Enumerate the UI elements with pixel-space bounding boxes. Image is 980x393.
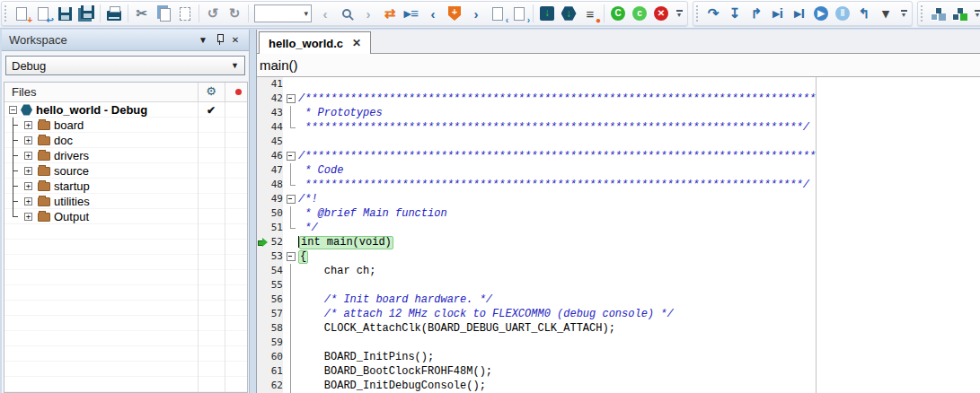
toolbar-overflow-icon[interactable]: ▾	[898, 10, 909, 18]
toolbar-overflow-icon[interactable]: ▾	[972, 10, 980, 18]
swap-arrows-icon[interactable]: ⇄	[379, 3, 401, 24]
cstat-analyze-icon[interactable]: C	[607, 3, 629, 24]
close-icon[interactable]: ✕	[227, 35, 243, 45]
find-icon[interactable]	[336, 3, 358, 24]
expand-icon[interactable]: +	[24, 197, 32, 205]
breakpoint-margin[interactable]	[257, 178, 269, 192]
toolbar-grip-icon[interactable]	[696, 5, 699, 22]
redo-icon[interactable]: ↻	[224, 3, 245, 24]
step-out-icon[interactable]: ↱	[746, 3, 767, 24]
expand-icon[interactable]: +	[24, 182, 32, 190]
breakpoint-column-icon[interactable]	[225, 89, 252, 95]
fold-collapse-icon[interactable]	[283, 149, 298, 163]
expand-icon[interactable]: +	[24, 152, 32, 160]
expand-icon[interactable]: +	[24, 121, 32, 129]
collapse-expander-icon[interactable]: −	[9, 106, 17, 114]
breakpoint-margin[interactable]	[257, 364, 269, 379]
reset-icon[interactable]: ↰	[853, 3, 875, 24]
toolbar-overflow-icon[interactable]: ▾	[674, 10, 684, 18]
cut-icon[interactable]: ✂	[131, 3, 153, 24]
stop-build-icon[interactable]: ✕	[650, 3, 672, 24]
toolbar-grip-icon[interactable]	[921, 5, 923, 22]
workspace-panel-header[interactable]: Workspace ▼ ✕	[2, 30, 249, 51]
fold-collapse-icon[interactable]	[283, 92, 298, 106]
copy-icon[interactable]	[153, 3, 174, 24]
configuration-select[interactable]: Debug ▼	[5, 56, 245, 75]
code-line-43: 43 * Prototypes	[257, 106, 816, 120]
breakpoint-margin[interactable]	[257, 92, 269, 106]
panel-menu-icon[interactable]: ▼	[195, 35, 211, 45]
tree-item-doc[interactable]: +doc	[4, 133, 247, 148]
breakpoint-margin[interactable]	[257, 249, 269, 264]
save-icon[interactable]	[54, 3, 75, 24]
breakpoint-margin[interactable]	[257, 321, 269, 336]
breakpoint-margin[interactable]	[257, 350, 269, 364]
debug-without-download-icon[interactable]: ↓	[558, 3, 579, 24]
paste-icon[interactable]	[174, 3, 196, 24]
fold-collapse-icon[interactable]	[283, 249, 298, 264]
back-icon[interactable]: ‹	[314, 3, 336, 24]
pin-icon[interactable]	[211, 34, 227, 47]
run-to-cursor-icon[interactable]: ▸I	[789, 3, 810, 24]
breakpoint-margin[interactable]	[257, 278, 269, 293]
breakpoint-margin[interactable]	[257, 149, 269, 163]
gear-icon[interactable]	[198, 84, 225, 98]
tree-root-hello-world-debug[interactable]: −hello_world - Debug	[4, 102, 247, 118]
expand-icon[interactable]: +	[24, 213, 32, 221]
breakpoint-margin[interactable]	[257, 235, 269, 249]
search-combo[interactable]: ▾	[254, 4, 312, 22]
function-scope-bar[interactable]: main()	[257, 54, 980, 77]
download-and-debug-icon[interactable]: ↓	[536, 3, 558, 24]
breakpoint-margin[interactable]	[257, 163, 269, 178]
forward-icon[interactable]: ›	[358, 3, 379, 24]
tab-hello-world-c[interactable]: hello_world.c	[259, 31, 371, 54]
breakpoint-margin[interactable]	[257, 221, 269, 235]
code-pane[interactable]: 4142/***********************************…	[257, 77, 817, 393]
breakpoint-margin[interactable]	[257, 336, 269, 350]
tree-item-source[interactable]: +source	[4, 163, 247, 179]
tree-item-startup[interactable]: +startup	[4, 179, 247, 194]
prev-doc-icon[interactable]: ‹	[487, 3, 508, 24]
print-icon[interactable]	[103, 3, 125, 24]
go-icon[interactable]: ▶	[810, 3, 832, 24]
expand-icon[interactable]: +	[24, 136, 32, 144]
breakpoint-margin[interactable]	[257, 106, 269, 120]
goto-list-icon[interactable]: ▸≡	[401, 3, 422, 24]
breakpoint-margin[interactable]	[257, 206, 269, 221]
step-over-icon[interactable]: ↷	[702, 3, 724, 24]
break-icon[interactable]: ‖	[832, 3, 853, 24]
step-into-icon[interactable]: ↧	[724, 3, 746, 24]
breakpoint-margin[interactable]	[257, 307, 269, 321]
tree-item-drivers[interactable]: +drivers	[4, 148, 247, 163]
toolbar-grip-icon[interactable]	[4, 5, 7, 22]
toggle-bookmark-icon[interactable]: +	[444, 3, 465, 24]
next-doc-icon[interactable]: ›	[508, 3, 530, 24]
breakpoint-margin[interactable]	[257, 135, 269, 149]
tree-item-output[interactable]: +Output	[4, 209, 247, 224]
reset-dropdown-icon[interactable]: ▾	[875, 3, 896, 24]
next-statement-icon[interactable]: ▸i	[767, 3, 789, 24]
tree-item-utilities[interactable]: +utilities	[4, 194, 247, 209]
stack-add-icon[interactable]	[949, 3, 970, 24]
fold-line	[283, 178, 298, 192]
chevron-down-icon[interactable]: ▾	[304, 9, 311, 18]
expand-icon[interactable]: +	[24, 167, 32, 175]
tree-item-board[interactable]: +board	[4, 118, 247, 133]
new-file-icon[interactable]: +	[11, 3, 32, 24]
breakpoint-margin[interactable]	[257, 192, 269, 206]
next-bookmark-icon[interactable]: ›	[465, 3, 487, 24]
cstat-clean-icon[interactable]: c	[629, 3, 650, 24]
breakpoint-margin[interactable]	[257, 293, 269, 307]
save-all-icon[interactable]	[75, 3, 97, 24]
stack-view-icon[interactable]	[927, 3, 949, 24]
breakpoint-margin[interactable]	[257, 264, 269, 278]
open-file-icon[interactable]: ↩	[32, 3, 54, 24]
breakpoint-margin[interactable]	[257, 379, 269, 393]
breakpoints-list-icon[interactable]: ≡●	[579, 3, 601, 24]
tab-close-icon[interactable]	[352, 37, 361, 49]
fold-collapse-icon[interactable]	[283, 192, 298, 206]
breakpoint-margin[interactable]	[257, 77, 269, 92]
undo-icon[interactable]: ↺	[202, 3, 224, 24]
prev-bookmark-icon[interactable]: ‹	[422, 3, 444, 24]
breakpoint-margin[interactable]	[257, 120, 269, 135]
